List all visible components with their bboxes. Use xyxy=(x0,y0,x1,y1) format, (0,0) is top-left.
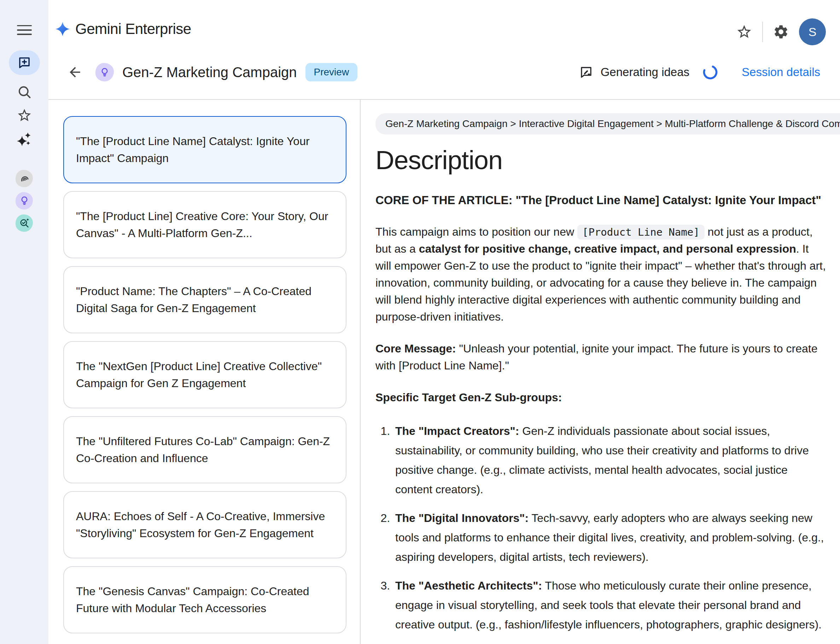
idea-card-title: The "NextGen [Product Line] Creative Col… xyxy=(76,358,334,392)
chat-plus-icon xyxy=(17,55,32,70)
arrow-back-icon xyxy=(67,64,83,80)
user-avatar[interactable]: S xyxy=(799,18,826,45)
settings-button[interactable] xyxy=(773,24,789,40)
rainbow-arc-icon xyxy=(18,172,30,184)
gemini-sparkle-icon xyxy=(55,21,70,37)
star-icon xyxy=(16,108,32,123)
app-name: Gemini Enterprise xyxy=(75,21,191,38)
edit-note-icon xyxy=(579,65,594,80)
campaign-icon xyxy=(95,63,114,81)
paragraph-core-message: Core Message: "Unleash your potential, i… xyxy=(375,340,827,374)
idea-card[interactable]: "The [Product Line] Creative Core: Your … xyxy=(63,191,347,258)
subgroup-list-item: The "Digital Innovators": Tech-savvy, ea… xyxy=(393,508,827,567)
core-article-line: CORE OF THE ARTICLE: "The [Product Line … xyxy=(375,191,827,209)
idea-card-title: The "Unfiltered Futures Co-Lab" Campaign… xyxy=(76,433,334,467)
lightbulb-icon xyxy=(19,195,30,206)
sidebar-item-favorites[interactable] xyxy=(16,107,33,124)
paragraph-campaign: This campaign aims to position our new [… xyxy=(375,223,827,325)
idea-card-title: "The [Product Line] Creative Core: Your … xyxy=(76,208,334,242)
divider xyxy=(762,21,763,42)
sparkle-icon xyxy=(16,131,33,147)
main-content: "The [Product Line Name] Catalyst: Ignit… xyxy=(48,99,840,644)
breadcrumb[interactable]: Gen-Z Marketing Campaign > Interactive D… xyxy=(375,113,840,135)
description-body: CORE OF THE ARTICLE: "The [Product Line … xyxy=(375,191,827,634)
loading-spinner xyxy=(702,64,718,80)
section-title: Description xyxy=(375,145,827,175)
subgroup-list: The "Impact Creators": Gen-Z individuals… xyxy=(375,421,827,634)
status-text: Generating ideas xyxy=(601,66,689,79)
sidebar-item-deep-research[interactable] xyxy=(16,214,33,232)
status-indicator-icon xyxy=(579,65,594,80)
session-details-link[interactable]: Session details xyxy=(742,66,820,79)
sidebar-item-idea-generation[interactable] xyxy=(16,192,33,209)
sidebar-item-new-chat[interactable] xyxy=(9,50,40,75)
idea-card-title: The "Genesis Canvas" Campaign: Co-Create… xyxy=(76,583,334,617)
idea-list: "The [Product Line Name] Catalyst: Ignit… xyxy=(48,100,360,644)
sidebar-item-search[interactable] xyxy=(16,84,33,100)
idea-card[interactable]: The "Genesis Canvas" Campaign: Co-Create… xyxy=(63,566,347,633)
idea-card-title: "Product Name: The Chapters" – A Co-Crea… xyxy=(76,283,334,317)
detail-panel: Gen-Z Marketing Campaign > Interactive D… xyxy=(360,100,840,644)
top-actions: S xyxy=(736,18,826,46)
idea-card-title: AURA: Echoes of Self - A Co-Creative, Im… xyxy=(76,508,334,542)
sidebar-item-notebook[interactable] xyxy=(16,170,33,187)
sidebar-item-gems[interactable] xyxy=(16,130,33,147)
idea-card[interactable]: AURA: Echoes of Self - A Co-Creative, Im… xyxy=(63,491,347,559)
star-icon xyxy=(736,24,752,40)
left-rail xyxy=(0,0,48,644)
hamburger-menu-button[interactable] xyxy=(17,22,32,38)
magnifier-check-icon xyxy=(18,217,30,229)
idea-card[interactable]: "Product Name: The Chapters" – A Co-Crea… xyxy=(63,266,347,334)
app-logo: Gemini Enterprise xyxy=(55,21,191,38)
idea-card-title: "The [Product Line Name] Catalyst: Ignit… xyxy=(76,133,334,167)
subgroup-list-item: The "Impact Creators": Gen-Z individuals… xyxy=(393,421,827,499)
idea-card[interactable]: The "NextGen [Product Line] Creative Col… xyxy=(63,341,347,408)
idea-card[interactable]: "The [Product Line Name] Catalyst: Ignit… xyxy=(63,116,347,183)
paragraph-subgroups-head: Specific Target Gen-Z Sub-groups: xyxy=(375,389,827,406)
lightbulb-icon xyxy=(99,67,110,78)
search-icon xyxy=(16,84,32,100)
back-button[interactable] xyxy=(67,64,83,80)
favorite-star-button[interactable] xyxy=(736,24,752,40)
page-header: Gen-Z Marketing Campaign Preview Generat… xyxy=(67,62,820,83)
subgroup-list-item: The "Aesthetic Architects": Those who me… xyxy=(393,576,827,634)
page-title: Gen-Z Marketing Campaign xyxy=(122,64,297,80)
preview-badge: Preview xyxy=(305,63,358,81)
gear-icon xyxy=(773,24,789,40)
idea-card[interactable]: The "Unfiltered Futures Co-Lab" Campaign… xyxy=(63,416,347,483)
